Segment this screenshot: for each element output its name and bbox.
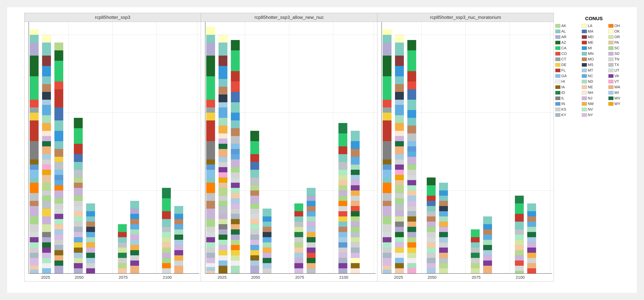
legend-item-CT: CT	[555, 57, 580, 61]
x-tick-2100-p2: 2100	[339, 275, 348, 280]
svg-rect-497	[395, 242, 404, 248]
svg-rect-466	[395, 35, 404, 43]
svg-rect-405	[351, 164, 360, 170]
legend-item-NH: NH	[582, 90, 606, 95]
svg-rect-248	[218, 139, 228, 144]
svg-rect-217	[206, 164, 215, 170]
svg-rect-208	[206, 43, 215, 56]
svg-rect-87	[54, 175, 63, 180]
svg-rect-336	[262, 237, 272, 242]
svg-rect-291	[231, 188, 240, 193]
p3-bar-2020-1	[383, 29, 392, 274]
panel-3: rcp85hotter_ssp3_nuc_moratorium	[378, 13, 554, 282]
x-tick-2050-p1: 2050	[75, 275, 84, 280]
svg-rect-11	[30, 43, 39, 56]
svg-rect-335	[262, 232, 272, 237]
svg-rect-442	[383, 100, 392, 107]
svg-rect-495	[395, 232, 404, 237]
svg-rect-284	[231, 149, 240, 154]
svg-rect-65	[42, 232, 51, 237]
svg-rect-563	[439, 211, 448, 216]
svg-rect-301	[231, 240, 240, 245]
svg-rect-214	[206, 121, 215, 141]
svg-rect-394	[338, 242, 347, 248]
legend-swatch-ME	[582, 41, 587, 44]
legend-swatch-AR	[555, 35, 560, 39]
svg-rect-422	[351, 253, 360, 258]
svg-rect-55	[42, 164, 51, 170]
legend-item-KY: KY	[555, 113, 580, 117]
svg-rect-352	[294, 248, 303, 253]
svg-rect-313	[250, 177, 259, 185]
legend-item-AK: AK	[555, 23, 580, 28]
svg-rect-93	[54, 209, 63, 214]
svg-rect-101	[54, 250, 63, 255]
svg-rect-485	[395, 175, 404, 180]
svg-rect-437	[383, 29, 392, 35]
p2-bar-2075-1	[294, 203, 303, 274]
svg-rect-90	[54, 190, 63, 198]
legend-item-ID: ID	[555, 90, 580, 95]
svg-rect-593	[483, 261, 492, 266]
svg-rect-582	[471, 263, 480, 268]
svg-rect-172	[162, 219, 171, 227]
svg-rect-544	[427, 206, 436, 211]
svg-rect-622	[527, 268, 536, 274]
svg-rect-592	[483, 255, 492, 260]
svg-rect-190	[174, 245, 183, 250]
svg-rect-618	[527, 248, 536, 253]
svg-rect-531	[407, 232, 416, 237]
svg-rect-66	[42, 237, 51, 242]
svg-rect-589	[483, 240, 492, 245]
svg-rect-552	[427, 248, 436, 253]
svg-rect-414	[351, 211, 360, 216]
svg-rect-354	[294, 258, 303, 263]
svg-rect-100	[54, 245, 63, 250]
legend-item-NM: NM	[582, 102, 606, 106]
svg-rect-163	[130, 245, 139, 250]
svg-rect-50	[42, 136, 51, 141]
svg-rect-605	[515, 255, 524, 260]
svg-rect-109	[74, 154, 83, 162]
svg-rect-469	[395, 66, 404, 76]
svg-rect-22	[30, 177, 39, 183]
svg-rect-120	[74, 222, 83, 227]
legend-item-IL: IL	[555, 96, 580, 100]
svg-rect-102	[54, 255, 63, 260]
svg-rect-572	[439, 258, 448, 263]
svg-rect-560	[439, 196, 448, 201]
svg-rect-257	[218, 188, 228, 196]
svg-rect-479	[395, 141, 404, 146]
svg-rect-83	[54, 149, 63, 157]
svg-rect-175	[162, 237, 171, 242]
legend-swatch-WI	[608, 91, 614, 95]
svg-rect-283	[231, 144, 240, 149]
svg-rect-151	[118, 258, 127, 263]
svg-rect-615	[527, 232, 536, 237]
legend-item-FL: FL	[555, 68, 580, 73]
svg-rect-310	[250, 154, 259, 162]
legend-swatch-OR	[608, 35, 614, 39]
svg-rect-339	[262, 253, 272, 258]
svg-rect-173	[162, 227, 171, 232]
svg-rect-81	[54, 131, 63, 141]
svg-rect-490	[395, 203, 404, 211]
svg-rect-608	[515, 271, 524, 274]
legend-swatch-WV	[608, 96, 614, 100]
svg-rect-410	[351, 190, 360, 196]
svg-rect-222	[206, 201, 215, 209]
svg-rect-255	[218, 177, 228, 183]
svg-rect-14	[30, 100, 39, 107]
svg-rect-162	[130, 240, 139, 245]
legend-item-MD: MD	[582, 35, 606, 39]
svg-rect-421	[351, 248, 360, 253]
legend-item-NJ: NJ	[582, 96, 606, 100]
svg-rect-273	[231, 40, 240, 50]
svg-rect-207	[206, 35, 215, 43]
legend-item-WI: WI	[608, 90, 632, 95]
svg-rect-34	[30, 258, 39, 266]
svg-rect-293	[231, 198, 240, 203]
legend-swatch-MD	[582, 35, 587, 39]
p2-bar-2020-1	[206, 27, 215, 274]
legend-swatch-WY	[608, 102, 614, 106]
